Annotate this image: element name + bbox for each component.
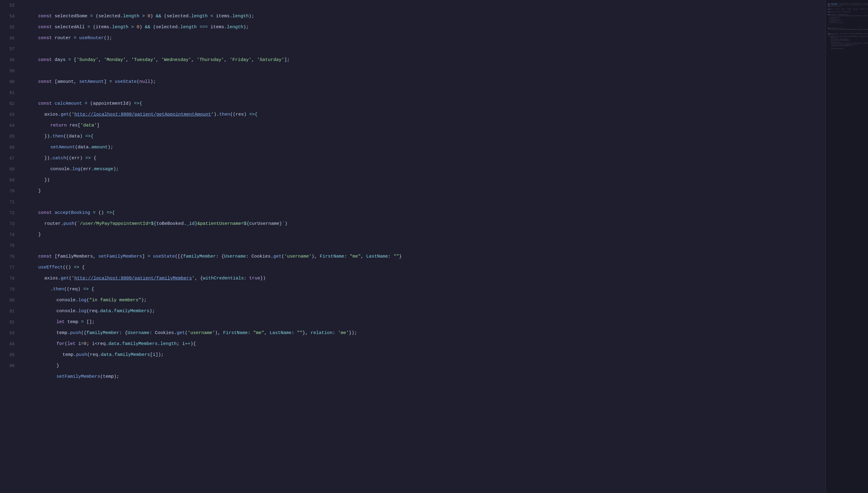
code-line-82: temp.push({familyMember: {Username: Cook… (22, 317, 826, 328)
minimap-content: const selectedSome = (selected.length > … (826, 0, 868, 493)
code-line-71: const acceptBooking = () =>{ (22, 197, 826, 208)
line-num-77: 77 (2, 262, 15, 273)
code-line-54: const selectedAll = (items.length > 0) &… (22, 11, 826, 22)
line-num-55: 55 (2, 22, 15, 33)
code-line-61: const calcAmount = (appointmentId) =>{ (22, 87, 826, 98)
line-num-75: 75 (2, 240, 15, 251)
code-line-60 (22, 77, 826, 87)
code-line-85: } (22, 349, 826, 360)
line-num-83: 83 (2, 328, 15, 339)
code-line-76: useEffect(() => { (22, 251, 826, 262)
line-num-80: 80 (2, 295, 15, 306)
code-line-83: for(let i=0; i<req.data.familyMembers.le… (22, 328, 826, 339)
code-line-80: console.log(req.data.familyMembers); (22, 295, 826, 306)
code-line-63: return res['data'] (22, 109, 826, 120)
line-num-81: 81 (2, 306, 15, 317)
code-line-69: } (22, 175, 826, 186)
code-line-84: temp.push(req.data.familyMembers[i]); (22, 339, 826, 349)
line-num-56: 56 (2, 33, 15, 44)
code-line-55: const router = useRouter(); (22, 22, 826, 33)
code-line-67: console.log(err.message); (22, 153, 826, 164)
code-line-73: } (22, 218, 826, 229)
code-line-65: setAmount(data.amount); (22, 131, 826, 142)
line-num-65: 65 (2, 131, 15, 142)
code-line-86: setFamilyMembers(temp); (22, 360, 826, 371)
line-num-79: 79 (2, 284, 15, 295)
code-line-64: }).then((data) =>{ (22, 120, 826, 131)
code-line-58 (22, 55, 826, 66)
line-num-73: 73 (2, 218, 15, 229)
line-num-71: 71 (2, 197, 15, 208)
line-numbers: 53 54 55 56 57 58 59 60 61 62 63 64 65 6… (0, 0, 19, 493)
line-num-67: 67 (2, 153, 15, 164)
line-num-58: 58 (2, 55, 15, 66)
code-line-79: console.log("in family members"); (22, 284, 826, 295)
code-line-77: axios.get('http://localhost:8000/patient… (22, 262, 826, 273)
code-content-area[interactable]: const selectedSome = (selected.length > … (19, 0, 826, 493)
line-num-74: 74 (2, 229, 15, 240)
line-num-64: 64 (2, 120, 15, 131)
code-line-56 (22, 33, 826, 44)
line-num-72: 72 (2, 208, 15, 218)
code-line-53: const selectedSome = (selected.length > … (22, 0, 826, 11)
code-line-66: }).catch((err) => { (22, 142, 826, 153)
line-num-60: 60 (2, 77, 15, 87)
line-num-66: 66 (2, 142, 15, 153)
line-num-59: 59 (2, 66, 15, 77)
line-num-57: 57 (2, 44, 15, 55)
line-num-82: 82 (2, 317, 15, 328)
line-num-78: 78 (2, 273, 15, 284)
line-num-61: 61 (2, 87, 15, 98)
line-num-63: 63 (2, 109, 15, 120)
code-line-72: router.push(`/user/MyPay?appointmentId=$… (22, 208, 826, 218)
line-num-53: 53 (2, 0, 15, 11)
line-num-85: 85 (2, 349, 15, 360)
code-editor: 53 54 55 56 57 58 59 60 61 62 63 64 65 6… (0, 0, 868, 493)
code-line-78: .then((req) => { (22, 273, 826, 284)
code-line-62: axios.get('http://localhost:8000/patient… (22, 98, 826, 109)
line-num-86: 86 (2, 360, 15, 371)
line-num-76: 76 (2, 251, 15, 262)
line-num-70: 70 (2, 186, 15, 197)
minimap[interactable]: const selectedSome = (selected.length > … (826, 0, 868, 493)
code-line-81: let temp = []; (22, 306, 826, 317)
line-num-62: 62 (2, 98, 15, 109)
code-line-74 (22, 229, 826, 240)
code-line-57: const days = ['Sunday', 'Monday', 'Tuesd… (22, 44, 826, 55)
code-line-70 (22, 186, 826, 197)
code-line-68: }) (22, 164, 826, 175)
line-num-84: 84 (2, 339, 15, 349)
line-num-68: 68 (2, 164, 15, 175)
line-num-54: 54 (2, 11, 15, 22)
line-num-69: 69 (2, 175, 15, 186)
code-line-59: const [amount, setAmount] = useState(nul… (22, 66, 826, 77)
code-line-75: const [familyMembers, setFamilyMembers] … (22, 240, 826, 251)
